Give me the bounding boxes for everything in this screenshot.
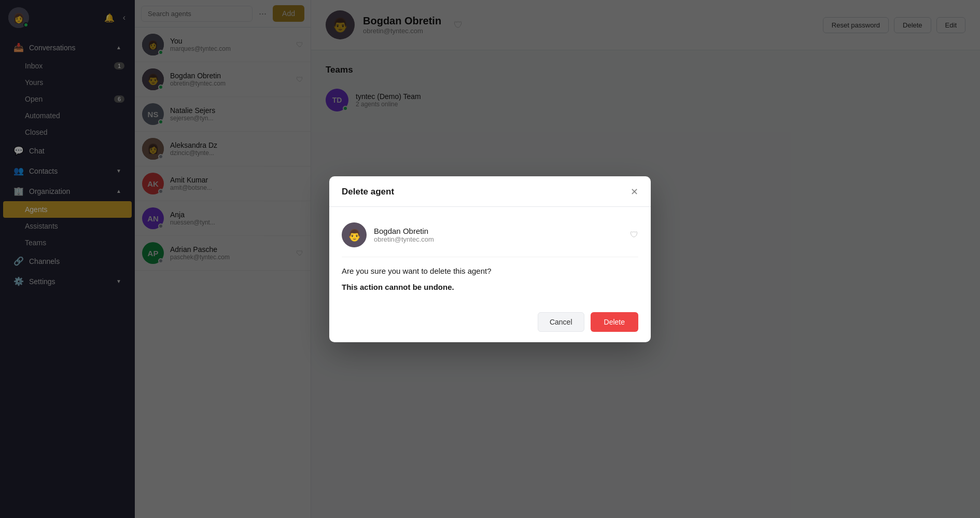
modal-agent-info: Bogdan Obretin obretin@tyntec.com [374, 227, 623, 243]
modal-agent-avatar: 👨 [342, 222, 367, 247]
delete-agent-modal: Delete agent ✕ 👨 Bogdan Obretin obretin@… [329, 176, 651, 342]
modal-warning-text: This action cannot be undone. [342, 283, 638, 291]
modal-close-button[interactable]: ✕ [631, 187, 638, 197]
modal-title: Delete agent [342, 187, 394, 197]
modal-body: 👨 Bogdan Obretin obretin@tyntec.com 🛡 Ar… [329, 207, 651, 304]
modal-footer: Cancel Delete [329, 304, 651, 342]
modal-delete-button[interactable]: Delete [591, 312, 638, 332]
modal-overlay[interactable]: Delete agent ✕ 👨 Bogdan Obretin obretin@… [0, 0, 980, 518]
modal-cancel-button[interactable]: Cancel [538, 312, 584, 332]
modal-agent-email: obretin@tyntec.com [374, 235, 623, 243]
modal-header: Delete agent ✕ [329, 176, 651, 207]
svg-text:👨: 👨 [347, 228, 362, 242]
modal-agent-name: Bogdan Obretin [374, 227, 623, 235]
modal-question-text: Are you sure you want to delete this age… [342, 267, 638, 275]
modal-shield-icon: 🛡 [630, 230, 638, 240]
modal-agent-row: 👨 Bogdan Obretin obretin@tyntec.com 🛡 [342, 219, 638, 257]
